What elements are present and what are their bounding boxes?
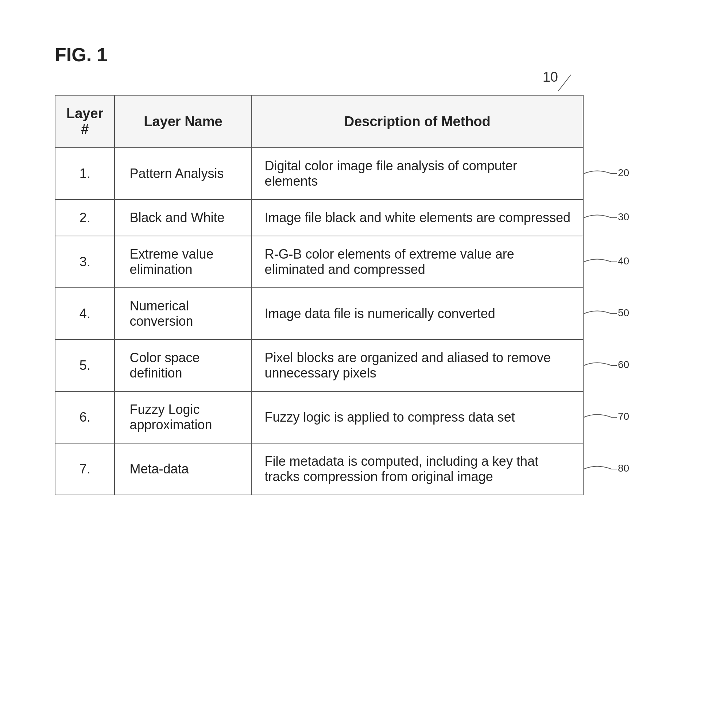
cell-layer-num: 1. [55,148,115,199]
page-container: FIG. 1 10 Layer # Layer Name Description… [0,0,724,540]
ref-10-arrow [547,71,576,93]
figure-title: FIG. 1 [55,44,669,66]
cell-description: File metadata is computed, including a k… [252,443,583,495]
cell-layer-name: Numerical conversion [115,288,251,340]
header-layer-num: Layer # [55,95,115,148]
table-row: 3.Extreme value eliminationR-G-B color e… [55,236,583,288]
ref-arrow-40: 40 [582,253,629,271]
main-table: Layer # Layer Name Description of Method… [55,95,583,495]
ref-arrow-30: 30 [582,209,629,227]
ref-arrow-80: 80 [582,460,629,478]
cell-description: R-G-B color elements of extreme value ar… [252,236,583,288]
svg-text:60: 60 [618,359,629,370]
cell-description: Image file black and white elements are … [252,199,583,236]
cell-description: Pixel blocks are organized and aliased t… [252,340,583,392]
svg-text:30: 30 [618,211,629,222]
cell-layer-num: 5. [55,340,115,392]
header-layer-name: Layer Name [115,95,251,148]
svg-text:70: 70 [618,411,629,422]
svg-text:20: 20 [618,167,629,178]
cell-layer-num: 7. [55,443,115,495]
diagram-wrapper: 10 Layer # Layer Name Description of Met… [55,95,583,495]
cell-layer-num: 2. [55,199,115,236]
cell-layer-name: Black and White [115,199,251,236]
table-row: 6.Fuzzy Logic approximationFuzzy logic i… [55,392,583,443]
cell-description: Digital color image file analysis of com… [252,148,583,199]
table-row: 1.Pattern AnalysisDigital color image fi… [55,148,583,199]
table-row: 4.Numerical conversionImage data file is… [55,288,583,340]
cell-layer-name: Meta-data [115,443,251,495]
cell-layer-num: 3. [55,236,115,288]
table-header-row: Layer # Layer Name Description of Method [55,95,583,148]
cell-layer-name: Fuzzy Logic approximation [115,392,251,443]
table-row: 2.Black and WhiteImage file black and wh… [55,199,583,236]
cell-layer-name: Extreme value elimination [115,236,251,288]
ref-arrow-70: 70 [582,408,629,427]
cell-layer-num: 6. [55,392,115,443]
cell-description: Image data file is numerically converted… [252,288,583,340]
ref-arrow-60: 60 [582,356,629,375]
cell-layer-name: Pattern Analysis [115,148,251,199]
table-row: 5.Color space definitionPixel blocks are… [55,340,583,392]
header-description: Description of Method [252,95,583,148]
svg-text:50: 50 [618,307,629,318]
cell-layer-num: 4. [55,288,115,340]
cell-layer-name: Color space definition [115,340,251,392]
ref-arrow-20: 20 [582,165,629,183]
table-row: 7.Meta-dataFile metadata is computed, in… [55,443,583,495]
ref-arrow-50: 50 [582,304,629,323]
cell-description: Fuzzy logic is applied to compress data … [252,392,583,443]
svg-text:80: 80 [618,462,629,474]
svg-text:40: 40 [618,255,629,267]
